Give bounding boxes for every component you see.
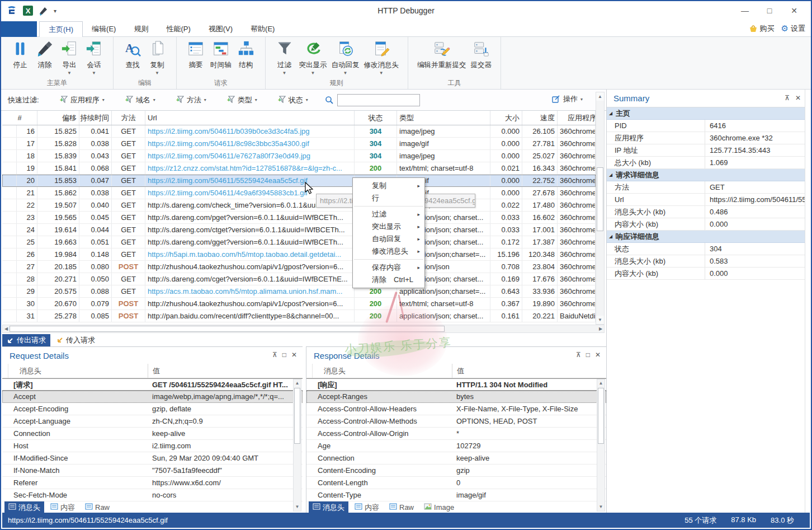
timeline-button[interactable]: 时间轴 xyxy=(208,40,234,76)
request-tab-内容[interactable]: 内容 xyxy=(46,501,79,513)
header-row-7[interactable]: Content-Encodinggzip xyxy=(306,465,606,477)
filter-status[interactable]: +状态▾ xyxy=(276,95,308,105)
header-row-3[interactable]: Accept-Languagezh-CN,zh;q=0.9 xyxy=(2,415,303,428)
menu-item-3[interactable]: 过滤▸ xyxy=(353,208,424,221)
edit-resubmit-button[interactable]: 编辑并重新提交 xyxy=(415,40,469,76)
menu-tab-4[interactable]: 视图(V) xyxy=(200,21,242,37)
column-header-0[interactable]: # xyxy=(2,111,37,125)
column-header-name[interactable]: 消息头 xyxy=(312,364,452,378)
autoreply-button[interactable]: 自动回复▼ xyxy=(329,40,362,76)
summary-scroll-gutter[interactable] xyxy=(805,90,811,515)
column-header-name[interactable]: 消息头 xyxy=(8,364,148,378)
scroll-left-icon[interactable]: ◀ xyxy=(3,326,10,332)
filter-type[interactable]: +类型▾ xyxy=(225,95,257,105)
filter-domain[interactable]: +域名▾ xyxy=(124,95,155,105)
chevron-down-icon[interactable]: ▼ xyxy=(155,71,159,76)
table-row-20[interactable]: 2015.8530.047GEThttps://i2.tiimg.com/504… xyxy=(2,175,596,187)
header-row-9[interactable]: Sec-Fetch-Modeno-cors xyxy=(2,489,303,501)
header-row-6[interactable]: If-Modified-SinceSun, 29 Mar 2020 09:04:… xyxy=(2,452,303,465)
request-tab-消息头[interactable]: 消息头 xyxy=(4,501,44,513)
response-tab-内容[interactable]: 内容 xyxy=(351,501,383,513)
scroll-down-icon[interactable]: ▼ xyxy=(596,316,604,324)
summary-group-1[interactable]: ◢请求详细信息 xyxy=(607,169,811,181)
submitter-button[interactable]: 提交器 xyxy=(469,40,494,76)
header-row-8[interactable]: Refererhttps://www.x6d.com/ xyxy=(2,477,303,489)
filter-method[interactable]: +方法▾ xyxy=(174,95,206,105)
actions-button[interactable]: 操作 ▾ xyxy=(552,94,583,104)
column-header-value[interactable]: 值 xyxy=(452,364,606,378)
summary-group-0[interactable]: ◢主页 xyxy=(607,107,811,120)
pin-icon[interactable]: ⊼ xyxy=(576,351,581,359)
tab-outgoing-requests[interactable]: 传出请求 xyxy=(2,334,50,346)
column-header-8[interactable]: 速度 xyxy=(522,111,558,125)
header-row-4[interactable]: Access-Control-Allow-Origin* xyxy=(306,428,606,440)
scroll-up-icon[interactable]: ▲ xyxy=(294,379,301,387)
table-row-18[interactable]: 1815.8390.043GEThttps://i2.tiimg.com/504… xyxy=(2,150,596,162)
column-header-6[interactable]: 类型 xyxy=(397,111,490,125)
table-row-23[interactable]: 2319.5650.045GEThttp://s.dareng.com/pget… xyxy=(2,212,596,224)
chevron-down-icon[interactable]: ▼ xyxy=(92,71,96,76)
table-row-17[interactable]: 1715.8280.038GEThttps://i2.tiimg.com/504… xyxy=(2,138,596,150)
table-row-26[interactable]: 2619.9840.148GEThttps://h5api.m.taobao.c… xyxy=(2,248,596,261)
maximize-panel-icon[interactable]: □ xyxy=(282,351,286,359)
modify-headers-button[interactable]: 修改消息头▼ xyxy=(362,40,402,76)
response-tab-image[interactable]: Image xyxy=(420,501,458,513)
request-panel-scrollbar[interactable]: ▲ ▼ xyxy=(293,379,301,512)
structure-button[interactable]: 结构 xyxy=(234,40,258,76)
table-row-16[interactable]: 1615.8250.041GEThttps://i2.tiimg.com/504… xyxy=(2,125,596,138)
filter-application[interactable]: +应用程序▾ xyxy=(58,95,105,105)
column-header-7[interactable]: 大小 xyxy=(490,111,522,125)
header-row-3[interactable]: Access-Control-Allow-MethodsOPTIONS, HEA… xyxy=(306,415,606,428)
table-row-24[interactable]: 2419.6140.044GEThttp://s.dareng.com/ctge… xyxy=(2,224,596,236)
highlight-button[interactable]: 突出显示▼ xyxy=(297,40,329,76)
column-header-5[interactable]: 状态 xyxy=(355,111,397,125)
column-header-9[interactable]: 应用程序 xyxy=(558,111,596,125)
scroll-up-icon[interactable]: ▲ xyxy=(596,92,604,101)
scroll-down-icon[interactable]: ▼ xyxy=(294,503,301,511)
table-horizontal-scrollbar[interactable]: ◀ ▶ xyxy=(2,325,605,333)
column-header-3[interactable]: 方法 xyxy=(112,111,145,125)
stop-button[interactable]: 停止 xyxy=(8,40,32,76)
column-header-value[interactable]: 值 xyxy=(148,364,303,378)
header-row-1[interactable]: Accept-Rangesbytes xyxy=(306,391,606,403)
header-row-6[interactable]: Connectionkeep-alive xyxy=(306,452,606,465)
settings-button[interactable]: ⚙ 设置 xyxy=(781,24,805,34)
header-row-7[interactable]: If-None-Match"7507-5a1fa9feecddf" xyxy=(2,465,303,477)
menu-item-5[interactable]: 自动回复▸ xyxy=(353,233,424,245)
menu-item-0[interactable]: 复制▸ xyxy=(353,180,424,192)
table-row-28[interactable]: 2820.2710.050GEThttp://s.dareng.com/cget… xyxy=(2,273,596,285)
column-header-4[interactable]: Url xyxy=(145,111,355,125)
header-row-9[interactable]: Content-Typeimage/gif xyxy=(306,489,606,501)
maximize-button[interactable]: □ xyxy=(757,3,782,18)
filter-button[interactable]: 过滤▼ xyxy=(272,40,297,76)
find-button[interactable]: A查找 xyxy=(120,40,145,76)
clear-button[interactable]: 清除 xyxy=(32,40,57,76)
copy-button[interactable]: 复制▼ xyxy=(145,40,169,76)
buy-button[interactable]: 购买 xyxy=(749,24,775,34)
table-row-21[interactable]: 2115.8620.038GEThttps://i2.tiimg.com/504… xyxy=(2,187,596,199)
menu-item-8[interactable]: 保存内容▸ xyxy=(353,261,424,274)
maximize-panel-icon[interactable]: □ xyxy=(586,351,590,359)
menu-item-1[interactable]: 行 xyxy=(353,192,424,204)
close-panel-icon[interactable]: ✕ xyxy=(291,351,297,359)
table-row-19[interactable]: 1915.8410.068GEThttps://z12.cnzz.com/sta… xyxy=(2,162,596,175)
session-button[interactable]: 会话▼ xyxy=(82,40,106,76)
header-row-8[interactable]: Content-Length0 xyxy=(306,477,606,489)
chevron-down-icon[interactable]: ▼ xyxy=(311,71,315,76)
search-input[interactable] xyxy=(337,94,420,106)
scroll-right-icon[interactable]: ▶ xyxy=(597,326,604,332)
table-row-31[interactable]: 3125.2780.085POSThttp://pan.baidu.com/re… xyxy=(2,310,596,322)
scroll-thumb[interactable] xyxy=(294,388,300,444)
table-vertical-scrollbar[interactable]: ▲ ▼ xyxy=(596,92,605,325)
column-header-1[interactable]: 偏移 xyxy=(37,111,79,125)
menu-tab-0[interactable]: 主页(H) xyxy=(39,21,83,37)
response-tab-消息头[interactable]: 消息头 xyxy=(309,501,348,513)
table-row-25[interactable]: 2519.6630.051GEThttp://s.dareng.com/gget… xyxy=(2,236,596,248)
menu-tab-1[interactable]: 编辑(E) xyxy=(83,21,125,37)
scroll-thumb[interactable] xyxy=(598,388,604,444)
scroll-down-icon[interactable]: ▼ xyxy=(597,503,605,511)
header-row-2[interactable]: Accept-Encodinggzip, deflate xyxy=(2,403,303,415)
export-button[interactable]: 导出▼ xyxy=(57,40,82,76)
column-header-2[interactable]: 持续时间 xyxy=(79,111,112,125)
close-panel-icon[interactable]: ✕ xyxy=(795,94,801,102)
